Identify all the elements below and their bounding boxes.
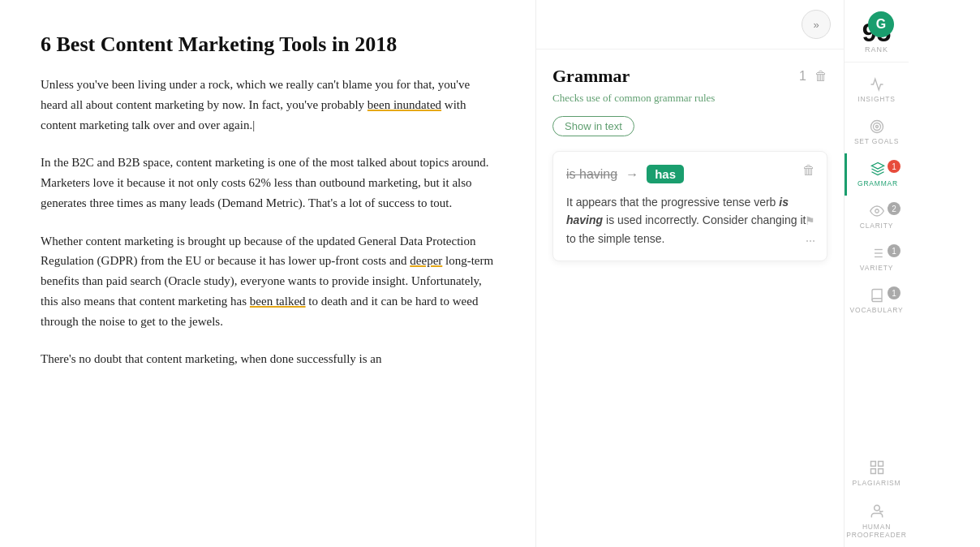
svg-rect-13 [870, 469, 875, 474]
right-sidebar: 95 RANK G INSIGHTS SET GOALS GRAMMAR 1 [844, 0, 909, 547]
insights-label: INSIGHTS [858, 95, 896, 103]
sidebar-item-variety[interactable]: VARIETY 1 [845, 238, 909, 280]
grammar-subtitle: Checks use of common grammar rules [552, 92, 827, 105]
underline-1: been inundated [368, 98, 441, 111]
collapse-button[interactable]: » [802, 10, 831, 39]
article-title: 6 Best Content Marketing Tools in 2018 [41, 32, 495, 57]
main-content: 6 Best Content Marketing Tools in 2018 U… [0, 0, 535, 547]
insights-icon [870, 77, 884, 92]
sidebar-item-vocabulary[interactable]: VOCABULARY 1 [845, 280, 909, 322]
suggestion-em: is having [566, 196, 789, 226]
sidebar-item-clarity[interactable]: CLARITY 2 [845, 196, 909, 238]
svg-rect-11 [878, 462, 883, 467]
grammar-panel-area: » Grammar 1 🗑 Checks use of common gramm… [535, 0, 844, 547]
sidebar-item-grammar[interactable]: GRAMMAR 1 [845, 153, 909, 196]
svg-point-3 [875, 209, 879, 213]
grammar-label: GRAMMAR [858, 179, 898, 187]
suggestion-card: 🗑 is having → has It appears that the pr… [552, 151, 827, 261]
article-body: Unless you've been living under a rock, … [41, 75, 495, 369]
suggestion-body: It appears that the progressive tense ve… [566, 193, 814, 248]
svg-point-14 [874, 506, 879, 511]
grammar-icon [870, 162, 885, 176]
suggestion-arrow: → [625, 167, 638, 182]
human-proofreader-label: HUMANPROOFREADER [846, 523, 906, 539]
paragraph-1: Unless you've been living under a rock, … [41, 75, 495, 135]
variety-badge: 1 [888, 244, 900, 257]
sidebar-item-set-goals[interactable]: SET GOALS [845, 111, 909, 153]
grammarly-icon[interactable]: G [868, 11, 894, 37]
underline-3: been talked [250, 295, 306, 308]
svg-rect-12 [878, 469, 883, 474]
set-goals-label: SET GOALS [854, 137, 899, 145]
paragraph-2: In the B2C and B2B space, content market… [41, 153, 495, 213]
svg-rect-10 [870, 462, 875, 467]
sidebar-item-insights[interactable]: INSIGHTS [845, 69, 909, 111]
svg-point-0 [870, 121, 883, 133]
grammar-badge: 1 [888, 160, 900, 173]
suggestion-replacement[interactable]: has [647, 165, 684, 183]
svg-point-1 [873, 123, 880, 131]
score-label: RANK [865, 45, 888, 54]
suggestion-original: is having [566, 167, 617, 182]
show-in-text-button[interactable]: Show in text [552, 116, 634, 136]
flag-icon[interactable]: ⚑ [805, 214, 815, 228]
plagiarism-label: PLAGIARISM [853, 479, 901, 487]
grammar-panel: Grammar 1 🗑 Checks use of common grammar… [536, 50, 844, 547]
goals-icon [870, 119, 884, 134]
clarity-label: CLARITY [860, 222, 894, 230]
panel-top-bar: » [536, 0, 844, 50]
clarity-icon [870, 204, 884, 218]
paragraph-4: There's no doubt that content marketing,… [41, 349, 495, 369]
grammar-delete-icon[interactable]: 🗑 [815, 69, 827, 84]
vocabulary-label: VOCABULARY [850, 306, 904, 314]
underline-2: deeper [410, 254, 442, 267]
suggestion-header: is having → has [566, 165, 814, 183]
human-icon [869, 503, 885, 519]
svg-point-2 [875, 126, 878, 128]
grammar-count: 1 [799, 69, 806, 84]
suggestion-delete-icon[interactable]: 🗑 [802, 163, 815, 178]
sidebar-item-human-proofreader[interactable]: HUMANPROOFREADER [845, 495, 909, 547]
grammar-header: Grammar 1 🗑 [552, 66, 827, 87]
grammar-panel-title: Grammar [552, 66, 630, 87]
vocabulary-icon [870, 288, 884, 303]
more-options-icon[interactable]: ··· [806, 235, 815, 249]
paragraph-3: Whether content marketing is brought up … [41, 231, 495, 332]
vocabulary-badge: 1 [888, 286, 900, 299]
sidebar-item-plagiarism[interactable]: PLAGIARISM [845, 451, 909, 495]
variety-label: VARIETY [860, 264, 893, 272]
variety-icon [870, 246, 884, 261]
plagiarism-icon [869, 459, 885, 476]
clarity-badge: 2 [888, 202, 900, 215]
